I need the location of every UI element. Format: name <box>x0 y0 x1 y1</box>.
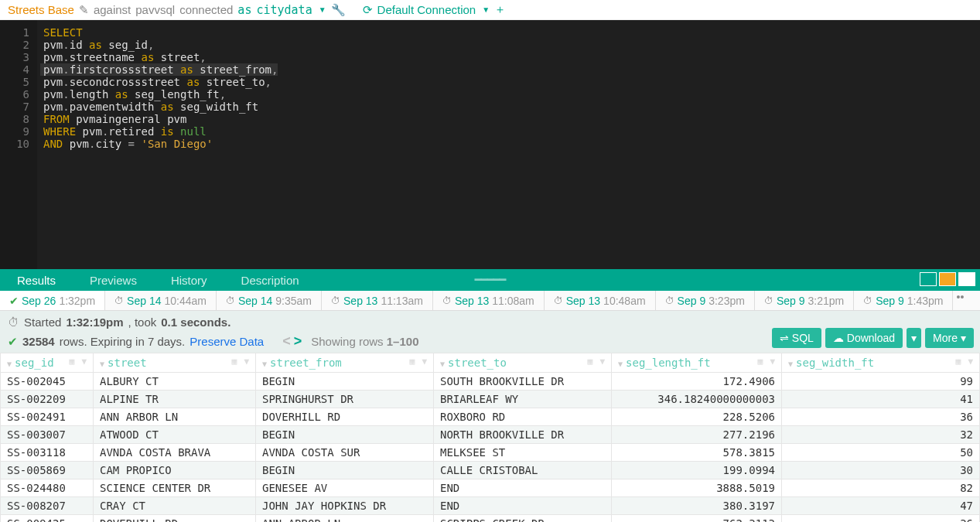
sort-icon[interactable]: ▦ <box>587 357 592 367</box>
as-label: as <box>237 3 251 17</box>
refresh-icon[interactable]: ⟳ <box>363 3 373 17</box>
clock-icon: ⏱ <box>331 295 340 306</box>
tab-previews[interactable]: Previews <box>73 269 154 291</box>
table-cell: 82 <box>782 479 980 497</box>
table-row[interactable]: SS-008207CRAY CTJOHN JAY HOPKINS DREND38… <box>1 497 980 515</box>
table-row[interactable]: SS-009425DOVERHILL RDANN ARBOR LNSCRIPPS… <box>1 515 980 523</box>
table-cell: 3888.5019 <box>612 479 782 497</box>
table-row[interactable]: SS-002209ALPINE TRSPRINGHURST DRBRIARLEA… <box>1 391 980 408</box>
table-cell: SS-002491 <box>1 408 94 426</box>
sql-button[interactable]: ⇌ SQL <box>772 328 821 348</box>
filter-icon[interactable]: ▼ <box>599 357 605 367</box>
column-header[interactable]: ▼street_from▦▼ <box>256 353 434 373</box>
sort-icon[interactable]: ▦ <box>231 357 237 367</box>
run-tab[interactable]: ⏱Sep 1311:08am <box>433 291 545 310</box>
table-cell: 199.0994 <box>612 462 782 479</box>
download-icon: ☁ <box>833 332 844 344</box>
view-toggle-3[interactable] <box>958 272 975 286</box>
table-row[interactable]: SS-005869CAM PROPICOBEGINCALLE CRISTOBAL… <box>1 462 980 479</box>
table-cell: SS-002045 <box>1 373 94 391</box>
filter-icon[interactable]: ▼ <box>244 357 249 367</box>
table-cell: ATWOOD CT <box>94 426 256 444</box>
filter-icon[interactable]: ▼ <box>422 357 427 367</box>
table-row[interactable]: SS-002045ALBURY CTBEGINSOUTH BROOKVILLE … <box>1 373 980 391</box>
filter-icon[interactable]: ▼ <box>81 357 87 367</box>
sort-icon[interactable]: ▦ <box>409 357 415 367</box>
run-tab[interactable]: ⏱Sep 149:35am <box>217 291 322 310</box>
table-cell: SPRINGHURST DR <box>256 391 434 408</box>
run-tab[interactable]: ⏱Sep 1311:13am <box>322 291 433 310</box>
tab-results[interactable]: Results <box>0 269 73 291</box>
tab-history[interactable]: History <box>154 269 224 291</box>
sort-icon[interactable]: ▦ <box>69 357 74 367</box>
column-header[interactable]: ▼seg_width_ft▦▼ <box>782 353 980 373</box>
table-row[interactable]: SS-024480SCIENCE CENTER DRGENESEE AVEND3… <box>1 479 980 497</box>
table-cell: 277.2196 <box>612 426 782 444</box>
table-cell: 228.5206 <box>612 408 782 426</box>
add-connection-icon[interactable]: ＋ <box>494 2 506 17</box>
run-tab[interactable]: ✔Sep 261:32pm <box>0 291 105 310</box>
edit-icon[interactable]: ✎ <box>79 3 89 17</box>
column-header[interactable]: ▼street▦▼ <box>94 353 256 373</box>
table-row[interactable]: SS-003118AVNDA COSTA BRAVAAVNDA COSTA SU… <box>1 444 980 462</box>
view-toggle-1[interactable] <box>920 272 937 286</box>
run-tab[interactable]: ⏱Sep 91:43pm <box>854 291 953 310</box>
view-toggle-2[interactable] <box>939 272 956 286</box>
more-button[interactable]: More ▾ <box>925 328 974 348</box>
table-row[interactable]: SS-003007ATWOOD CTBEGINNORTH BROOKVILLE … <box>1 426 980 444</box>
resize-handle[interactable]: ▬▬▬▬▬ <box>475 275 506 281</box>
download-button[interactable]: ☁Download <box>825 328 903 348</box>
run-tab[interactable]: ⏱Sep 93:23pm <box>656 291 755 310</box>
table-cell: SS-008207 <box>1 497 94 515</box>
table-cell: SS-003007 <box>1 426 94 444</box>
table-cell: SS-005869 <box>1 462 94 479</box>
table-row[interactable]: SS-002491ANN ARBOR LNDOVERHILL RDROXBORO… <box>1 408 980 426</box>
db-dropdown-caret[interactable]: ▼ <box>319 5 326 14</box>
prev-page-icon[interactable]: < <box>282 333 291 350</box>
showing-label: Showing rows <box>311 335 383 348</box>
table-cell: CAM PROPICO <box>94 462 256 479</box>
filter-icon[interactable]: ▼ <box>968 357 973 367</box>
column-header[interactable]: ▼street_to▦▼ <box>434 353 612 373</box>
run-tab[interactable]: ⏱Sep 1410:44am <box>105 291 217 310</box>
table-cell: SS-024480 <box>1 479 94 497</box>
connection-dropdown-caret[interactable]: ▼ <box>482 5 490 14</box>
table-cell: 32 <box>782 426 980 444</box>
table-cell: 99 <box>782 373 980 391</box>
table-cell: SS-003118 <box>1 444 94 462</box>
preserve-data-link[interactable]: Preserve Data <box>190 335 264 348</box>
db-name[interactable]: citydata <box>256 3 312 17</box>
sort-icon[interactable]: ▦ <box>757 357 763 367</box>
table-cell: BEGIN <box>256 462 434 479</box>
started-time: 1:32:19pm <box>66 316 123 329</box>
status-area: ⏱ Started 1:32:19pm, took 0.1 seconds. ✔… <box>0 311 980 353</box>
table-cell: 346.18240000000003 <box>612 391 782 408</box>
table-cell: ANN ARBOR LN <box>256 515 434 523</box>
query-name[interactable]: Streets Base <box>8 3 74 16</box>
table-cell: 36 <box>782 408 980 426</box>
more-runs-icon[interactable]: •• <box>953 291 967 310</box>
run-tab[interactable]: ⏱Sep 1310:48am <box>545 291 656 310</box>
column-header[interactable]: ▼seg_length_ft▦▼ <box>612 353 782 373</box>
table-cell: SOUTH BROOKVILLE DR <box>434 373 612 391</box>
clock-icon: ⏱ <box>665 295 674 306</box>
connection-selector[interactable]: Default Connection <box>377 3 476 16</box>
sql-editor[interactable]: 12345678910 SELECTpvm.id as seg_id,pvm.s… <box>0 20 980 269</box>
sort-icon[interactable]: ▦ <box>955 357 961 367</box>
wrench-icon[interactable]: 🔧 <box>331 3 346 17</box>
tab-description[interactable]: Description <box>224 269 316 291</box>
run-tab[interactable]: ⏱Sep 93:21pm <box>755 291 854 310</box>
table-cell: AVNDA COSTA SUR <box>256 444 434 462</box>
code-area[interactable]: SELECTpvm.id as seg_id,pvm.streetname as… <box>37 20 278 269</box>
results-table-wrap[interactable]: ▼seg_id▦▼▼street▦▼▼street_from▦▼▼street_… <box>0 353 980 522</box>
table-cell: 762.3113 <box>612 515 782 523</box>
next-page-icon[interactable]: > <box>294 333 302 350</box>
took-value: 0.1 seconds. <box>161 316 230 329</box>
check-icon: ✔ <box>8 335 18 349</box>
filter-icon[interactable]: ▼ <box>770 357 775 367</box>
clock-icon: ⏱ <box>114 295 124 306</box>
line-gutter: 12345678910 <box>0 20 37 269</box>
row-range: 1–100 <box>387 335 419 348</box>
download-dropdown[interactable]: ▾ <box>907 328 921 348</box>
column-header[interactable]: ▼seg_id▦▼ <box>1 353 94 373</box>
